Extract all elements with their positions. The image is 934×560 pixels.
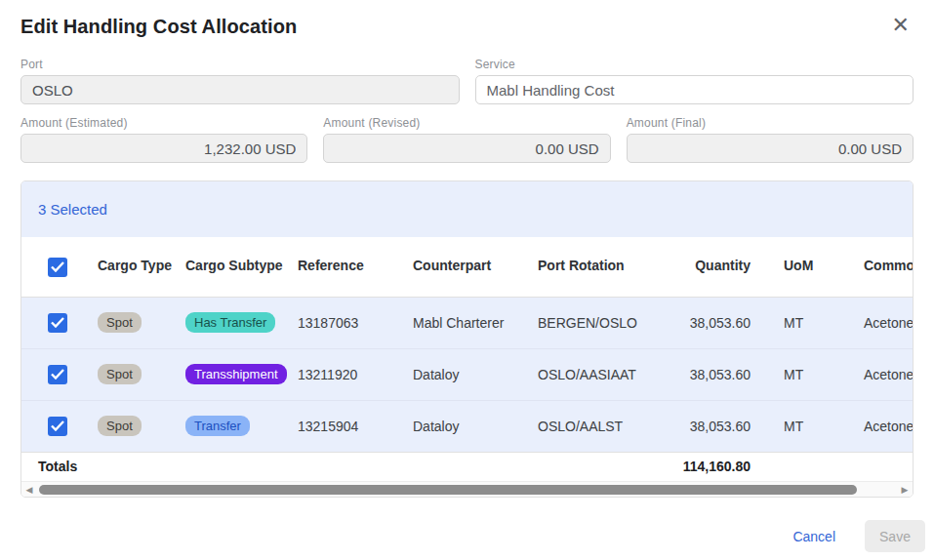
totals-label: Totals — [21, 452, 663, 481]
header-reference: Reference — [298, 237, 413, 297]
amount-revised-input[interactable] — [323, 134, 610, 163]
allocation-table: Cargo Type Cargo Subtype Reference Count… — [21, 237, 913, 481]
counterpart-cell: Mabl Charterer — [413, 297, 538, 348]
table-header-row: Cargo Type Cargo Subtype Reference Count… — [21, 237, 913, 297]
table-row: Spot Transfer 13215904 Dataloy OSLO/AALS… — [21, 400, 913, 452]
port-rotation-cell: OSLO/AALST — [538, 400, 663, 452]
cargo-type-badge: Spot — [98, 364, 142, 385]
reference-cell: 13187063 — [298, 297, 413, 348]
header-uom: UoM — [758, 237, 846, 297]
amounts-row: Amount (Estimated) Amount (Revised) Amou… — [20, 116, 914, 163]
header-counterpart: Counterpart — [413, 237, 538, 297]
table-body: Spot Has Transfer 13187063 Mabl Chartere… — [21, 297, 913, 452]
horizontal-scrollbar[interactable]: ◀ ▶ — [21, 481, 913, 497]
scrollbar-track[interactable] — [37, 482, 897, 498]
quantity-cell: 38,053.60 — [663, 400, 758, 452]
totals-row: Totals 114,160.80 — [21, 452, 913, 481]
header-commodity: Commodity — [846, 237, 913, 297]
select-all-checkbox[interactable] — [48, 258, 67, 277]
reference-cell: 13215904 — [298, 400, 413, 452]
table-row: Spot Transshipment 13211920 Dataloy OSLO… — [21, 348, 913, 400]
amount-final-input[interactable] — [627, 134, 914, 163]
port-label: Port — [20, 58, 460, 71]
allocation-table-panel: 3 Selected Cargo Type Cargo Subtype Refe… — [20, 180, 914, 498]
amount-final-label: Amount (Final) — [627, 116, 914, 130]
row-checkbox[interactable] — [48, 365, 67, 384]
edit-handling-cost-dialog: Edit Handling Cost Allocation ✕ Port Ser… — [0, 0, 934, 560]
amount-estimated-input[interactable] — [20, 134, 307, 163]
cargo-subtype-badge: Has Transfer — [185, 312, 275, 334]
service-field-group: Service — [475, 58, 914, 104]
port-rotation-cell: BERGEN/OSLO — [538, 297, 663, 348]
service-input[interactable] — [475, 75, 914, 104]
commodity-cell: Acetone — [846, 297, 913, 348]
quantity-cell: 38,053.60 — [663, 297, 758, 348]
port-service-row: Port Service — [20, 58, 914, 104]
header-quantity: Quantity — [663, 237, 758, 297]
totals-quantity: 114,160.80 — [663, 452, 758, 481]
scroll-right-icon[interactable]: ▶ — [897, 482, 913, 498]
uom-cell: MT — [758, 297, 846, 348]
commodity-cell: Acetone — [846, 400, 913, 452]
header-cargo-type: Cargo Type — [98, 237, 185, 297]
amount-final-group: Amount (Final) — [627, 116, 914, 163]
header-cargo-subtype: Cargo Subtype — [185, 237, 298, 297]
save-button[interactable]: Save — [865, 520, 925, 552]
selection-bar: 3 Selected — [21, 181, 913, 237]
amount-estimated-label: Amount (Estimated) — [20, 116, 307, 130]
table-row: Spot Has Transfer 13187063 Mabl Chartere… — [21, 297, 913, 348]
port-input[interactable] — [20, 75, 460, 104]
amount-estimated-group: Amount (Estimated) — [20, 116, 307, 163]
scroll-left-icon[interactable]: ◀ — [21, 482, 37, 498]
counterpart-cell: Dataloy — [413, 400, 538, 452]
dialog-title: Edit Handling Cost Allocation — [20, 14, 297, 38]
reference-cell: 13211920 — [298, 348, 413, 400]
cargo-subtype-badge: Transfer — [185, 416, 250, 437]
counterpart-cell: Dataloy — [413, 348, 538, 400]
port-field-group: Port — [20, 58, 460, 104]
dialog-header: Edit Handling Cost Allocation ✕ — [20, 14, 914, 38]
amount-revised-label: Amount (Revised) — [323, 116, 610, 130]
close-icon[interactable]: ✕ — [888, 14, 914, 37]
port-rotation-cell: OSLO/AASIAAT — [538, 348, 663, 400]
amount-revised-group: Amount (Revised) — [323, 116, 610, 163]
quantity-cell: 38,053.60 — [663, 348, 758, 400]
dialog-footer: Cancel Save — [785, 520, 925, 552]
cargo-type-badge: Spot — [98, 416, 142, 437]
scrollbar-thumb[interactable] — [39, 485, 857, 495]
header-port-rotation: Port Rotation — [538, 237, 663, 297]
row-checkbox[interactable] — [48, 313, 67, 333]
uom-cell: MT — [758, 400, 846, 452]
service-label: Service — [475, 58, 914, 71]
cancel-button[interactable]: Cancel — [785, 523, 843, 550]
cargo-subtype-badge: Transshipment — [185, 364, 287, 385]
cargo-type-badge: Spot — [98, 312, 142, 334]
commodity-cell: Acetone — [846, 348, 913, 400]
uom-cell: MT — [758, 348, 846, 400]
selected-count: 3 Selected — [38, 201, 107, 218]
row-checkbox[interactable] — [48, 417, 67, 436]
